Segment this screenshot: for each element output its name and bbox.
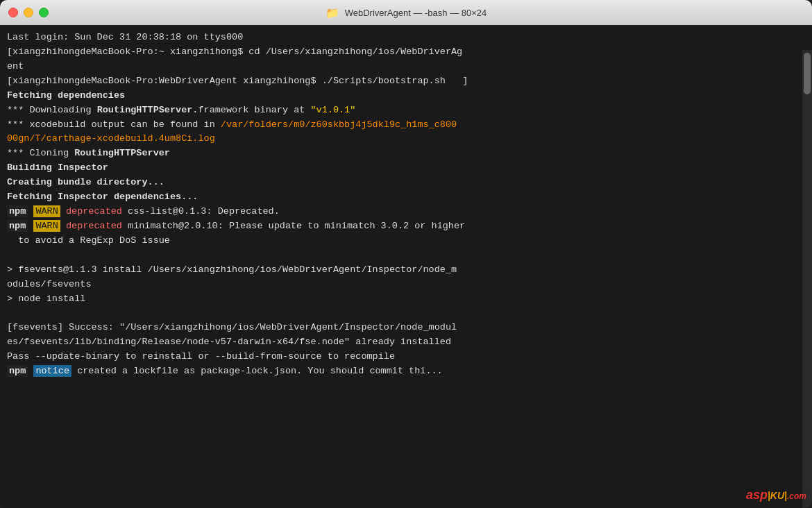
line-fetching-deps: Fetching dependencies: [7, 89, 805, 103]
scrollbar-thumb[interactable]: [804, 53, 811, 94]
close-button[interactable]: [8, 8, 18, 17]
line-bootstrap: [xiangzhihongdeMacBook-Pro:WebDriverAgen…: [7, 74, 805, 89]
line-empty1: [7, 248, 805, 263]
title-text: WebDriverAgent — -bash — 80×24: [345, 8, 487, 18]
terminal-window: 📁 WebDriverAgent — -bash — 80×24 Last lo…: [0, 0, 812, 508]
traffic-lights: [8, 8, 49, 17]
maximize-button[interactable]: [39, 8, 49, 17]
terminal-body[interactable]: Last login: Sun Dec 31 20:38:18 on ttys0…: [0, 25, 812, 384]
line-xcodebuild: *** xcodebuild output can be found in /v…: [7, 118, 805, 147]
line-fsevents-install: > fsevents@1.1.3 install /Users/xiangzhi…: [7, 263, 805, 292]
minimize-button[interactable]: [24, 8, 33, 17]
line-creating-bundle: Creating bundle directory...: [7, 176, 805, 190]
scrollbar-track[interactable]: [802, 50, 812, 508]
window-title: 📁 WebDriverAgent — -bash — 80×24: [325, 6, 487, 19]
watermark: asp|KU|.com: [746, 488, 806, 502]
line-building: Building Inspector: [7, 161, 805, 176]
folder-icon: 📁: [325, 6, 339, 19]
line-cd: [xiangzhihongdeMacBook-Pro:~ xiangzhihon…: [7, 45, 805, 74]
line-cloning: *** Cloning RoutingHTTPServer: [7, 146, 805, 161]
line-npm-warn2: npm WARN deprecated minimatch@2.0.10: Pl…: [7, 219, 805, 248]
line-npm-warn1: npm WARN deprecated css-list@0.1.3: Depr…: [7, 205, 805, 219]
line-fetching-inspector: Fetching Inspector dependencies...: [7, 190, 805, 205]
line-login: Last login: Sun Dec 31 20:38:18 on ttys0…: [7, 31, 805, 45]
line-empty2: [7, 307, 805, 321]
line-npm-notice: npm notice created a lockfile as package…: [7, 364, 805, 379]
title-bar: 📁 WebDriverAgent — -bash — 80×24: [0, 0, 812, 25]
line-node-install: > node install: [7, 292, 805, 307]
line-downloading: *** Downloading RoutingHTTPServer.framew…: [7, 103, 805, 118]
line-pass-update: Pass --update-binary to reinstall or --b…: [7, 350, 805, 364]
line-fsevents-success: [fsevents] Success: "/Users/xiangzhihong…: [7, 321, 805, 350]
